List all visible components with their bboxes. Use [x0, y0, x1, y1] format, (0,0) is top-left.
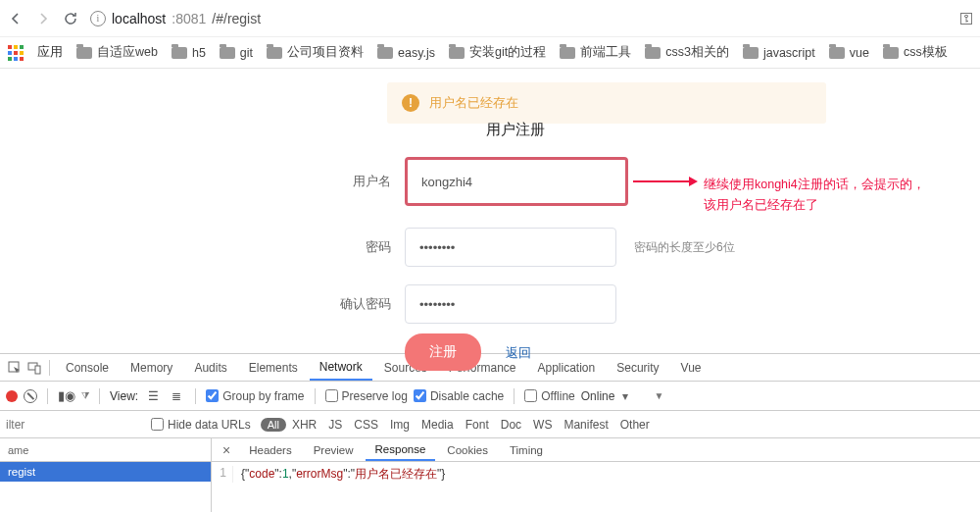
filter-type-font[interactable]: Font: [460, 418, 495, 432]
response-body[interactable]: 1 {"code":1,"errorMsg":"用户名已经存在"}: [212, 462, 980, 486]
funnel-icon[interactable]: ⧩: [81, 390, 89, 402]
filter-type-manifest[interactable]: Manifest: [558, 418, 613, 432]
submit-button[interactable]: 注册: [405, 333, 481, 371]
bookmark-label: vue: [850, 46, 869, 60]
filter-type-ws[interactable]: WS: [527, 418, 558, 432]
bookmark-label: css3相关的: [665, 44, 729, 61]
page-content: ! 用户名已经存在 用户注册 用户名 密码 密码的长度至少6位 确认密码 继续使…: [0, 69, 980, 353]
password-input[interactable]: [405, 228, 616, 267]
bookmark-label: easy.js: [398, 46, 435, 60]
bookmark-item[interactable]: 公司项目资料: [267, 44, 364, 61]
filter-type-doc[interactable]: Doc: [495, 418, 527, 432]
record-icon[interactable]: [6, 390, 18, 402]
clear-icon[interactable]: [24, 389, 37, 403]
filter-input[interactable]: [0, 415, 141, 435]
filter-type-xhr[interactable]: XHR: [286, 418, 322, 432]
bookmark-item[interactable]: css3相关的: [645, 44, 729, 61]
response-tab-timing[interactable]: Timing: [500, 438, 553, 461]
devtools-tab-audits[interactable]: Audits: [184, 354, 236, 381]
filter-type-other[interactable]: Other: [614, 418, 656, 432]
devtools-tab-security[interactable]: Security: [607, 354, 668, 381]
url-path: /#/regist: [212, 11, 261, 26]
offline-checkbox[interactable]: [524, 389, 537, 402]
username-input[interactable]: [405, 157, 628, 206]
throttling-dropdown[interactable]: Online: [581, 389, 629, 403]
more-icon[interactable]: ▼: [654, 390, 663, 401]
folder-icon: [76, 47, 92, 59]
bookmark-item[interactable]: h5: [172, 46, 206, 60]
response-tab-preview[interactable]: Preview: [304, 438, 364, 461]
password-hint: 密码的长度至少6位: [634, 239, 735, 256]
devtools-tab-vue[interactable]: Vue: [671, 354, 711, 381]
response-panel: × HeadersPreviewResponseCookiesTiming 1 …: [212, 438, 980, 512]
folder-icon: [829, 47, 845, 59]
annotation: 继续使用konghi4注册的话，会提示的，该用户名已经存在了: [633, 175, 949, 217]
bookmark-item[interactable]: vue: [829, 46, 869, 60]
folder-icon: [449, 47, 465, 59]
response-tab-headers[interactable]: Headers: [239, 438, 301, 461]
reload-icon[interactable]: [63, 11, 78, 26]
bookmark-item[interactable]: javascript: [743, 46, 815, 60]
bookmark-item[interactable]: easy.js: [377, 46, 435, 60]
large-rows-icon[interactable]: ☰: [144, 387, 162, 405]
form-row-password: 密码 密码的长度至少6位: [336, 228, 735, 267]
forward-icon: [35, 11, 51, 26]
filter-type-media[interactable]: Media: [416, 418, 460, 432]
small-rows-icon[interactable]: ≣: [168, 387, 185, 405]
bookmark-item[interactable]: css模板: [883, 44, 948, 61]
response-tab-response[interactable]: Response: [366, 438, 436, 461]
apps-icon[interactable]: [8, 45, 24, 61]
bookmark-item[interactable]: 安装git的过程: [449, 44, 546, 61]
bookmark-label: 前端工具: [580, 44, 631, 61]
key-icon[interactable]: ⚿: [951, 10, 972, 26]
view-label: View:: [110, 389, 138, 403]
folder-icon: [172, 47, 187, 59]
folder-icon: [220, 47, 235, 59]
devtools-tab-memory[interactable]: Memory: [121, 354, 182, 381]
inspect-icon[interactable]: [6, 359, 24, 377]
camera-icon[interactable]: ▮◉: [58, 388, 75, 403]
devtools-tab-application[interactable]: Application: [528, 354, 606, 381]
confirm-input[interactable]: [405, 284, 616, 324]
url-port: :8081: [172, 11, 206, 26]
bookmark-item[interactable]: 自适应web: [76, 44, 158, 61]
group-by-frame-checkbox[interactable]: [206, 389, 219, 402]
folder-icon: [883, 47, 899, 59]
bookmark-label: 公司项目资料: [287, 44, 364, 61]
filter-bar: Hide data URLs All XHRJSCSSImgMediaFontD…: [0, 411, 980, 438]
bookmark-label: javascript: [763, 46, 815, 60]
filter-type-img[interactable]: Img: [384, 418, 416, 432]
bookmark-item[interactable]: 前端工具: [560, 44, 631, 61]
folder-icon: [645, 47, 661, 59]
address-bar[interactable]: i localhost:8081/#/regist: [90, 11, 939, 26]
preserve-log-checkbox[interactable]: [325, 389, 338, 402]
disable-cache-checkbox[interactable]: [414, 389, 426, 402]
back-link[interactable]: 返回: [506, 344, 531, 362]
devtools-tab-elements[interactable]: Elements: [239, 354, 308, 381]
browser-toolbar: i localhost:8081/#/regist ⚿: [0, 0, 980, 37]
close-icon[interactable]: ×: [216, 442, 237, 458]
devtools-tab-console[interactable]: Console: [56, 354, 119, 381]
folder-icon: [743, 47, 759, 59]
page-title: 用户注册: [486, 121, 545, 139]
request-item[interactable]: regist: [0, 462, 211, 482]
confirm-label: 确认密码: [336, 295, 391, 313]
info-icon[interactable]: i: [90, 11, 106, 26]
devtools-tab-network[interactable]: Network: [310, 354, 372, 381]
devtools-tabs: ConsoleMemoryAuditsElementsNetworkSource…: [0, 354, 980, 382]
svg-rect-2: [35, 366, 40, 374]
response-tab-cookies[interactable]: Cookies: [437, 438, 498, 461]
bookmark-label: css模板: [904, 44, 948, 61]
alert-banner: ! 用户名已经存在: [387, 82, 826, 124]
hide-data-urls-checkbox[interactable]: [151, 418, 164, 431]
back-icon[interactable]: [8, 11, 24, 26]
filter-all[interactable]: All: [261, 418, 286, 432]
bookmark-item[interactable]: git: [220, 46, 253, 60]
filter-type-css[interactable]: CSS: [348, 418, 384, 432]
filter-type-js[interactable]: JS: [322, 418, 348, 432]
warning-icon: !: [402, 94, 419, 112]
apps-label[interactable]: 应用: [37, 44, 63, 61]
folder-icon: [377, 47, 393, 59]
request-header-name[interactable]: ame: [0, 438, 211, 462]
device-icon[interactable]: [25, 359, 43, 377]
